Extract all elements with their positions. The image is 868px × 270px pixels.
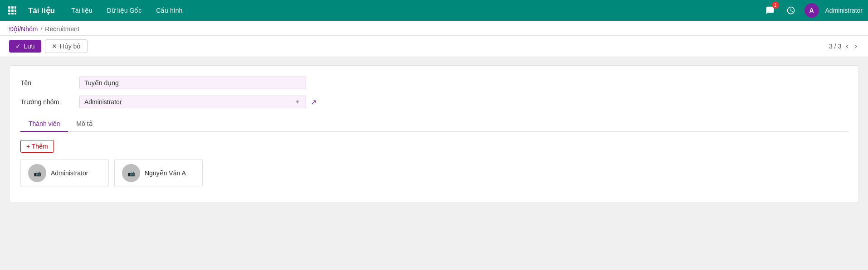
save-label: Lưu <box>24 43 35 50</box>
svg-rect-2 <box>15 6 16 9</box>
leader-select[interactable]: Administrator <box>79 96 306 108</box>
svg-rect-3 <box>8 10 10 12</box>
cancel-label: Hủy bỏ <box>60 43 81 50</box>
cancel-x-icon: ✕ <box>52 43 57 50</box>
leader-row: Trưởng nhóm Administrator ▼ ↗︎ <box>20 96 848 108</box>
members-grid: 📷 Administrator 📷 Nguyễn Văn A <box>20 159 848 187</box>
breadcrumb-parent[interactable]: Đội/Nhóm <box>9 25 38 33</box>
tab-mo-ta-label: Mô tả <box>76 120 93 127</box>
next-page-button[interactable]: › <box>853 41 859 51</box>
topnav-menu: Tài liệu Dữ liệu Gốc Cấu hình <box>68 5 753 16</box>
grid-icon[interactable] <box>5 4 19 17</box>
tab-thanh-vien-label: Thành viên <box>29 120 60 127</box>
save-button[interactable]: ✓ Lưu <box>9 40 41 53</box>
svg-rect-8 <box>15 13 16 14</box>
admin-name[interactable]: Administrator <box>825 7 863 14</box>
clock-icon-button[interactable] <box>784 3 798 18</box>
svg-rect-5 <box>15 10 16 12</box>
member-name-0: Administrator <box>51 169 88 177</box>
chat-icon-button[interactable]: 1 <box>763 3 777 18</box>
name-row: Tên <box>20 77 848 89</box>
add-member-button[interactable]: + Thêm <box>20 140 54 153</box>
form-card: Tên Trưởng nhóm Administrator ▼ ↗︎ Thành… <box>9 65 859 203</box>
member-avatar-0: 📷 <box>28 164 46 182</box>
member-card-1: 📷 Nguyễn Văn A <box>114 159 203 187</box>
leader-select-wrapper: Administrator ▼ ↗︎ <box>79 96 317 108</box>
topnav: Tài liệu Tài liệu Dữ liệu Gốc Cấu hình 1… <box>0 0 868 21</box>
svg-rect-4 <box>11 10 14 12</box>
member-name-1: Nguyễn Văn A <box>145 169 186 177</box>
camera-icon-0: 📷 <box>34 169 41 177</box>
app-name: Tài liệu <box>28 6 55 15</box>
svg-rect-1 <box>11 6 14 9</box>
name-input[interactable] <box>79 77 306 89</box>
admin-avatar[interactable]: A <box>805 3 819 18</box>
leader-label: Trưởng nhóm <box>20 98 79 106</box>
breadcrumb-bar: Đội/Nhóm / Recruitment <box>0 21 868 36</box>
pagination-info: 3 / 3 ‹ › <box>829 41 859 51</box>
menu-item-source-data[interactable]: Dữ liệu Gốc <box>104 5 144 16</box>
member-avatar-1: 📷 <box>122 164 140 182</box>
menu-item-config[interactable]: Cấu hình <box>153 5 185 16</box>
main-content: Tên Trưởng nhóm Administrator ▼ ↗︎ Thành… <box>0 57 868 211</box>
svg-rect-6 <box>8 13 10 14</box>
tab-mo-ta[interactable]: Mô tả <box>68 116 101 132</box>
svg-rect-7 <box>11 13 14 14</box>
toolbar: ✓ Lưu ✕ Hủy bỏ 3 / 3 ‹ › <box>0 36 868 57</box>
cancel-button[interactable]: ✕ Hủy bỏ <box>45 39 88 53</box>
topnav-right: 1 A Administrator <box>763 3 863 18</box>
notification-badge: 1 <box>772 1 779 9</box>
member-card-0: 📷 Administrator <box>20 159 109 187</box>
prev-page-button[interactable]: ‹ <box>844 41 850 51</box>
name-label: Tên <box>20 79 79 87</box>
svg-rect-0 <box>8 6 10 9</box>
menu-item-documents[interactable]: Tài liệu <box>68 5 95 16</box>
save-check-icon: ✓ <box>15 43 21 50</box>
members-area: + Thêm 📷 Administrator 📷 Nguyễn Văn A <box>20 138 848 189</box>
add-member-label: + Thêm <box>26 143 48 150</box>
breadcrumb-current: Recruitment <box>45 25 79 33</box>
pagination-text: 3 / 3 <box>829 43 841 50</box>
breadcrumb-separator: / <box>40 25 42 33</box>
external-link-icon[interactable]: ↗︎ <box>311 98 317 106</box>
tab-thanh-vien[interactable]: Thành viên <box>20 116 68 132</box>
camera-icon-1: 📷 <box>127 169 135 177</box>
tabs-bar: Thành viên Mô tả <box>20 116 848 132</box>
